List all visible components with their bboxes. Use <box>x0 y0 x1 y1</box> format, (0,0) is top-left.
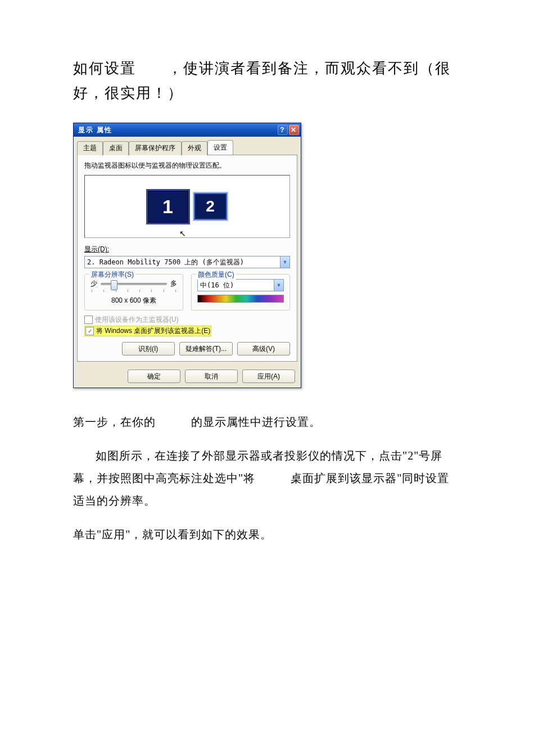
paragraph-detail: 如图所示，在连接了外部显示器或者投影仪的情况下，点击"2"号屏幕，并按照图中高亮… <box>73 444 461 512</box>
primary-monitor-checkbox-row: 使用该设备作为主监视器(U) <box>84 315 290 325</box>
resolution-group: 屏幕分辨率(S) 少 多 800 x 600 像素 <box>84 274 183 310</box>
dialog-screenshot: 显示 属性 ? ✕ 主题 桌面 屏幕保护程序 外观 设置 拖动监视器图标以便与监… <box>73 123 461 388</box>
close-button[interactable]: ✕ <box>289 125 299 135</box>
resolution-legend: 屏幕分辨率(S) <box>89 270 135 280</box>
primary-monitor-checkbox <box>84 316 93 324</box>
dialog-title-text: 显示 属性 <box>78 125 112 135</box>
monitor-1[interactable]: 1 <box>148 191 188 223</box>
paragraph-step1: 第一步，在你的 的显示属性中进行设置。 <box>73 411 461 433</box>
resolution-value: 800 x 600 像素 <box>90 296 177 305</box>
color-quality-value: 中(16 位) <box>200 281 274 290</box>
tab-settings[interactable]: 设置 <box>207 140 233 155</box>
drag-hint: 拖动监视器图标以便与监视器的物理设置匹配。 <box>84 161 290 170</box>
primary-monitor-label: 使用该设备作为主监视器(U) <box>95 315 179 325</box>
tab-desktop[interactable]: 桌面 <box>103 141 129 155</box>
slider-max-label: 多 <box>170 279 177 289</box>
display-dropdown[interactable]: 2. Radeon Mobility 7500 上的 (多个监视器) ▼ <box>84 256 290 268</box>
tab-theme[interactable]: 主题 <box>77 141 103 155</box>
document-page: 如何设置 ，使讲演者看到备注，而观众看不到（很好，很实用！） 显示 属性 ? ✕… <box>0 0 534 591</box>
color-spectrum <box>197 295 284 303</box>
identify-button[interactable]: 识别(I) <box>122 342 175 356</box>
advanced-button[interactable]: 高级(V) <box>237 342 290 356</box>
tab-appearance[interactable]: 外观 <box>182 141 207 155</box>
document-title: 如何设置 ，使讲演者看到备注，而观众看不到（很好，很实用！） <box>73 56 461 106</box>
paragraph-apply: 单击"应用"，就可以看到如下的效果。 <box>73 523 461 546</box>
settings-pane: 拖动监视器图标以便与监视器的物理设置匹配。 1 2 ↖ 显示(D): 2. Ra… <box>77 155 297 362</box>
document-body: 第一步，在你的 的显示属性中进行设置。 如图所示，在连接了外部显示器或者投影仪的… <box>73 411 461 546</box>
slider-ticks <box>90 290 177 292</box>
tab-strip: 主题 桌面 屏幕保护程序 外观 设置 <box>74 137 301 155</box>
display-dropdown-value: 2. Radeon Mobility 7500 上的 (多个监视器) <box>87 258 280 267</box>
ok-button[interactable]: 确定 <box>128 370 180 383</box>
extend-desktop-label: 将 Windows 桌面扩展到该监视器上(E) <box>96 326 210 336</box>
monitor-arrangement-area[interactable]: 1 2 ↖ <box>84 175 290 238</box>
dialog-titlebar[interactable]: 显示 属性 ? ✕ <box>74 123 301 137</box>
display-label: 显示(D): <box>84 245 290 254</box>
color-quality-dropdown[interactable]: 中(16 位) ▼ <box>197 279 284 291</box>
troubleshoot-button[interactable]: 疑难解答(T)... <box>179 342 233 356</box>
apply-button[interactable]: 应用(A) <box>242 370 295 383</box>
color-quality-group: 颜色质量(C) 中(16 位) ▼ <box>191 274 290 310</box>
monitor-2[interactable]: 2 <box>194 193 227 220</box>
display-properties-dialog: 显示 属性 ? ✕ 主题 桌面 屏幕保护程序 外观 设置 拖动监视器图标以便与监… <box>73 123 301 388</box>
chevron-down-icon: ▼ <box>274 280 283 291</box>
cursor-icon: ↖ <box>179 229 186 238</box>
cancel-button[interactable]: 取消 <box>185 370 238 383</box>
dialog-footer: 确定 取消 应用(A) <box>74 365 301 388</box>
resolution-slider[interactable] <box>101 283 167 285</box>
help-button[interactable]: ? <box>278 125 288 135</box>
slider-thumb[interactable] <box>111 280 117 290</box>
extend-desktop-checkbox[interactable]: ✓ <box>85 327 94 335</box>
color-quality-legend: 颜色质量(C) <box>196 270 236 280</box>
extend-desktop-checkbox-row[interactable]: ✓ 将 Windows 桌面扩展到该监视器上(E) <box>84 326 290 336</box>
tab-screensaver[interactable]: 屏幕保护程序 <box>129 141 182 155</box>
chevron-down-icon: ▼ <box>280 256 289 268</box>
slider-min-label: 少 <box>90 279 97 289</box>
